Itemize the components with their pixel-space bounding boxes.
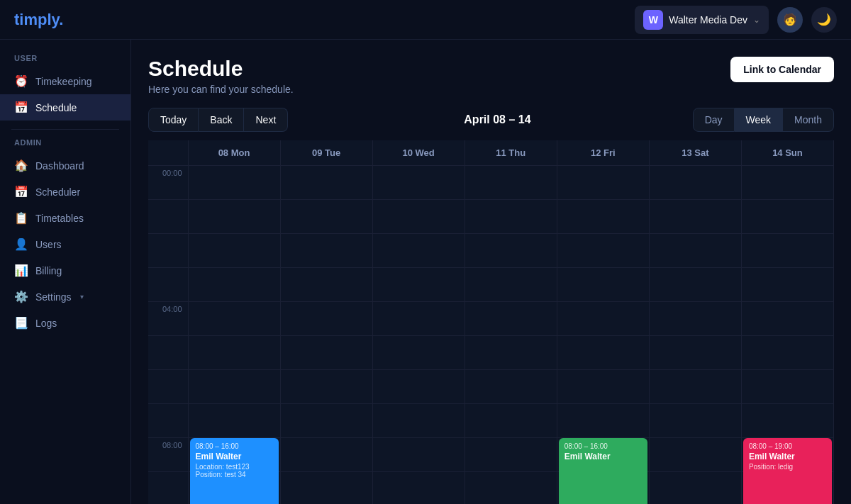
cal-cell-day4-hour2 bbox=[557, 234, 649, 268]
cal-cell-day3-hour6 bbox=[465, 370, 557, 404]
logo-suffix: ply. bbox=[38, 11, 63, 28]
cal-cell-day6-hour1 bbox=[741, 200, 833, 234]
calendar-toolbar: Today Back Next April 08 – 14 Day Week M… bbox=[148, 108, 834, 132]
sidebar-item-users[interactable]: 👤 Users bbox=[0, 231, 130, 257]
day-header-tue: 09 Tue bbox=[280, 140, 372, 166]
sidebar-item-label: Billing bbox=[35, 265, 62, 276]
month-view-button[interactable]: Month bbox=[783, 108, 834, 132]
content: Schedule Here you can find your schedule… bbox=[131, 40, 851, 504]
cal-cell-day5-hour7 bbox=[649, 404, 741, 438]
sidebar-item-settings[interactable]: ⚙️ Settings ▾ bbox=[0, 284, 130, 310]
time-label-7 bbox=[148, 404, 188, 438]
calendar-range: April 08 – 14 bbox=[302, 113, 692, 126]
cal-cell-day5-hour6 bbox=[649, 370, 741, 404]
dark-mode-toggle[interactable]: 🌙 bbox=[811, 7, 837, 33]
settings-chevron-icon: ▾ bbox=[80, 293, 84, 301]
sidebar-item-label: Logs bbox=[35, 318, 57, 329]
event-detail: Location: test123 bbox=[196, 463, 273, 471]
cal-cell-day2-hour9 bbox=[372, 472, 465, 505]
day-header-fri: 12 Fri bbox=[557, 140, 649, 166]
logo: timply. bbox=[14, 11, 63, 29]
sidebar-item-label: Schedule bbox=[35, 102, 77, 113]
cal-cell-day2-hour5 bbox=[372, 336, 465, 370]
sidebar-item-label: Timetables bbox=[35, 213, 84, 224]
nav-buttons: Today Back Next bbox=[148, 108, 288, 132]
page-subtitle: Here you can find your schedule. bbox=[148, 84, 294, 95]
day-header-sun: 14 Sun bbox=[741, 140, 833, 166]
time-label-4: 04:00 bbox=[148, 302, 188, 336]
time-label-3 bbox=[148, 268, 188, 302]
cal-cell-day1-hour2 bbox=[280, 234, 372, 268]
cal-cell-day1-hour6 bbox=[280, 370, 372, 404]
cal-cell-day0-hour3 bbox=[188, 268, 280, 302]
sidebar-item-timetables[interactable]: 📋 Timetables bbox=[0, 205, 130, 231]
event-detail: Position: test 34 bbox=[196, 471, 273, 478]
cal-cell-day3-hour4 bbox=[465, 302, 557, 336]
cal-cell-day0-hour5 bbox=[188, 336, 280, 370]
time-label-9 bbox=[148, 472, 188, 505]
event-e3[interactable]: 08:00 – 19:00Emil WalterPosition: ledig bbox=[743, 438, 832, 504]
sidebar-item-scheduler[interactable]: 📅 Scheduler bbox=[0, 179, 130, 205]
cal-cell-day4-hour6 bbox=[557, 370, 649, 404]
cal-cell-day5-hour9 bbox=[649, 472, 741, 505]
sidebar-item-label: Dashboard bbox=[35, 160, 84, 172]
workspace-selector[interactable]: W Walter Media Dev ⌄ bbox=[635, 6, 769, 34]
event-e1[interactable]: 08:00 – 16:00Emil WalterLocation: test12… bbox=[190, 438, 279, 504]
cal-cell-day1-hour3 bbox=[280, 268, 372, 302]
sidebar-item-dashboard[interactable]: 🏠 Dashboard bbox=[0, 152, 130, 179]
cal-cell-day1-hour4 bbox=[280, 302, 372, 336]
sidebar-item-label: Timekeeping bbox=[35, 76, 92, 87]
cal-cell-day0-hour4 bbox=[188, 302, 280, 336]
cal-cell-day6-hour2 bbox=[741, 234, 833, 268]
cal-cell-day4-hour3 bbox=[557, 268, 649, 302]
time-label-8: 08:00 bbox=[148, 438, 188, 472]
day-view-button[interactable]: Day bbox=[693, 108, 735, 132]
cal-cell-day1-hour1 bbox=[280, 200, 372, 234]
sidebar-item-label: Users bbox=[35, 239, 62, 250]
sidebar-item-timekeeping[interactable]: ⏰ Timekeeping bbox=[0, 68, 130, 94]
cal-cell-day6-hour7 bbox=[741, 404, 833, 438]
time-label-2 bbox=[148, 234, 188, 268]
home-icon: 🏠 bbox=[14, 159, 28, 172]
event-name: Emil Walter bbox=[749, 452, 826, 461]
day-header-sat: 13 Sat bbox=[649, 140, 741, 166]
sidebar-item-schedule[interactable]: 📅 Schedule bbox=[0, 94, 130, 121]
cal-cell-day6-hour0 bbox=[741, 166, 833, 200]
avatar[interactable]: 🧑 bbox=[777, 7, 803, 33]
cal-cell-day6-hour8: 08:00 – 19:00Emil WalterPosition: ledig bbox=[741, 438, 833, 472]
nav-right: W Walter Media Dev ⌄ 🧑 🌙 bbox=[635, 6, 837, 34]
link-to-calendar-button[interactable]: Link to Calendar bbox=[730, 57, 834, 82]
event-name: Emil Walter bbox=[196, 452, 273, 461]
workspace-icon: W bbox=[643, 10, 663, 30]
settings-icon: ⚙️ bbox=[14, 290, 28, 303]
sidebar-item-label: Scheduler bbox=[35, 186, 80, 198]
event-time: 08:00 – 19:00 bbox=[749, 442, 826, 450]
cal-cell-day5-hour4 bbox=[649, 302, 741, 336]
event-e2[interactable]: 08:00 – 16:00Emil Walter bbox=[559, 438, 647, 504]
cal-cell-day6-hour6 bbox=[741, 370, 833, 404]
next-button[interactable]: Next bbox=[244, 108, 288, 132]
workspace-name: Walter Media Dev bbox=[669, 14, 747, 26]
day-header-mon: 08 Mon bbox=[188, 140, 280, 166]
logs-icon: 📃 bbox=[14, 316, 28, 330]
users-icon: 👤 bbox=[14, 237, 28, 251]
cal-cell-day3-hour2 bbox=[465, 234, 557, 268]
sidebar-item-logs[interactable]: 📃 Logs bbox=[0, 310, 130, 336]
logo-brand: tim bbox=[14, 11, 38, 28]
time-label-0: 00:00 bbox=[148, 166, 188, 200]
event-detail: Position: ledig bbox=[749, 463, 826, 471]
cal-cell-day5-hour3 bbox=[649, 268, 741, 302]
calendar-icon: 📅 bbox=[14, 101, 28, 114]
clock-icon: ⏰ bbox=[14, 74, 28, 88]
event-time: 08:00 – 16:00 bbox=[196, 442, 273, 450]
sidebar-item-billing[interactable]: 📊 Billing bbox=[0, 257, 130, 284]
cal-cell-day1-hour7 bbox=[280, 404, 372, 438]
cal-cell-day2-hour8 bbox=[372, 438, 465, 472]
cal-cell-day1-hour9 bbox=[280, 472, 372, 505]
cal-cell-day0-hour0 bbox=[188, 166, 280, 200]
cal-cell-day2-hour0 bbox=[372, 166, 465, 200]
today-button[interactable]: Today bbox=[148, 108, 199, 132]
back-button[interactable]: Back bbox=[199, 108, 244, 132]
time-label-6 bbox=[148, 370, 188, 404]
week-view-button[interactable]: Week bbox=[735, 108, 784, 132]
